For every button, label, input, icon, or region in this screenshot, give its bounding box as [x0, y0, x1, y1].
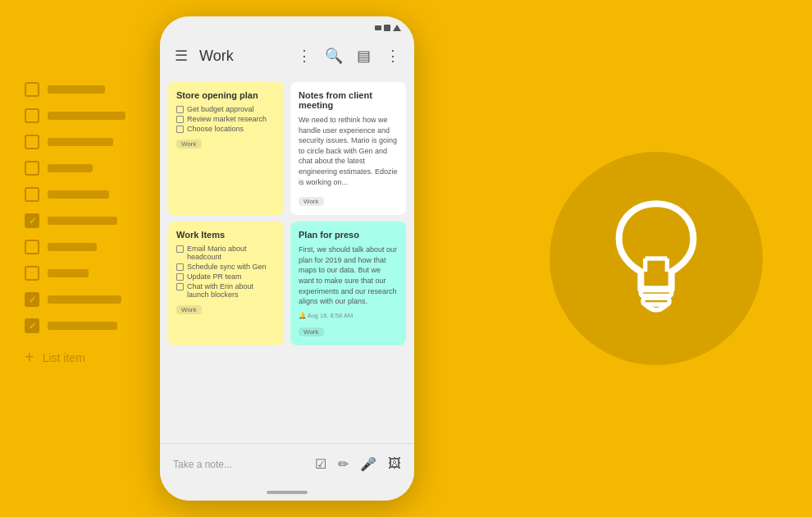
- list-bar: [48, 269, 89, 277]
- app-title: Work: [199, 48, 286, 65]
- list-bar: [48, 295, 121, 304]
- bottom-action-icons: ☑ ✏ 🎤 🖼: [315, 456, 401, 472]
- notes-grid: Store opening plan Get budget approval R…: [160, 75, 414, 443]
- status-bar: [160, 16, 414, 36]
- list-bar: [48, 322, 117, 330]
- bulb-decoration: [550, 152, 763, 365]
- list-checkbox[interactable]: [25, 213, 39, 228]
- take-note-placeholder[interactable]: Take a note...: [173, 459, 315, 470]
- note-tag: Work: [176, 140, 202, 149]
- search-icon[interactable]: 🔍: [322, 47, 345, 65]
- note-title: Work Items: [176, 230, 276, 240]
- add-item-label: List item: [43, 351, 85, 364]
- list-bar: [48, 164, 93, 172]
- signal-icon: [375, 25, 381, 30]
- list-checkbox[interactable]: [25, 266, 39, 281]
- list-checkbox[interactable]: [25, 292, 39, 307]
- note-item: Email Mario about headcount: [176, 245, 276, 261]
- note-date: 🔔 Aug 18, 8:58 AM: [299, 312, 398, 319]
- note-checkbox: [176, 273, 184, 281]
- list-checkbox[interactable]: [25, 161, 39, 176]
- draw-icon[interactable]: ✏: [338, 456, 349, 472]
- note-checkbox: [176, 106, 184, 113]
- note-card-work-items[interactable]: Work Items Email Mario about headcount S…: [168, 222, 284, 345]
- list-item[interactable]: [25, 266, 125, 281]
- list-item[interactable]: [25, 292, 125, 307]
- list-item[interactable]: [25, 82, 125, 97]
- home-bar: [160, 484, 414, 501]
- note-checkbox: [176, 263, 184, 271]
- left-checklist: +List item: [25, 82, 125, 367]
- home-indicator: [267, 491, 308, 494]
- note-card-client-meeting[interactable]: Notes from client meeting We need to ret…: [290, 82, 406, 215]
- list-item[interactable]: [25, 161, 125, 176]
- note-title: Plan for preso: [299, 230, 398, 240]
- list-checkbox[interactable]: [25, 135, 39, 149]
- note-item: Schedule sync with Gen: [176, 263, 276, 271]
- note-checkbox: [176, 116, 184, 123]
- note-title: Notes from client meeting: [299, 90, 398, 110]
- status-icons: [375, 25, 401, 31]
- note-item-text: Schedule sync with Gen: [187, 263, 267, 271]
- note-item-text: Update PR team: [187, 272, 242, 281]
- note-item-text: Get budget approval: [187, 105, 254, 113]
- image-icon[interactable]: 🖼: [388, 456, 401, 472]
- add-icon: +: [25, 348, 34, 367]
- list-bar: [48, 217, 117, 225]
- checklist-icon[interactable]: ☑: [315, 456, 326, 472]
- note-item: Update PR team: [176, 272, 276, 281]
- list-checkbox[interactable]: [25, 240, 39, 254]
- note-body: We need to rethink how we handle user ex…: [299, 115, 398, 187]
- note-item: Get budget approval: [176, 105, 276, 113]
- list-item[interactable]: [25, 213, 125, 228]
- note-card-plan-preso[interactable]: Plan for preso First, we should talk abo…: [290, 222, 406, 345]
- list-item[interactable]: [25, 108, 125, 123]
- list-bar: [48, 85, 105, 94]
- menu-icon[interactable]: ☰: [170, 47, 193, 65]
- list-bar: [48, 243, 97, 251]
- note-tag: Work: [299, 327, 324, 336]
- svg-rect-0: [641, 289, 671, 295]
- list-bar: [48, 138, 113, 146]
- bulb-circle-bg: [550, 152, 763, 365]
- list-item[interactable]: [25, 187, 125, 202]
- list-item[interactable]: [25, 318, 125, 333]
- note-tag: Work: [299, 197, 324, 206]
- note-item-text: Review market research: [187, 115, 267, 123]
- list-checkbox[interactable]: [25, 187, 39, 202]
- list-item[interactable]: [25, 240, 125, 254]
- note-item: Review market research: [176, 115, 276, 123]
- list-item[interactable]: [25, 135, 125, 149]
- more-vert-icon[interactable]: ⋮: [293, 47, 316, 65]
- app-toolbar: ☰ Work ⋮ 🔍 ▤ ⋮: [160, 36, 414, 75]
- note-checkbox: [176, 283, 184, 291]
- note-body: First, we should talk about our plan for…: [299, 245, 398, 307]
- bulb-icon: [591, 193, 722, 324]
- note-item: Chat with Erin about launch blockers: [176, 282, 276, 299]
- note-title: Store opening plan: [176, 90, 276, 100]
- list-checkbox[interactable]: [25, 318, 39, 333]
- list-bar: [48, 190, 109, 199]
- overflow-icon[interactable]: ⋮: [381, 47, 404, 65]
- note-item: Choose locations: [176, 125, 276, 133]
- list-bar: [48, 112, 125, 120]
- list-checkbox[interactable]: [25, 108, 39, 123]
- note-checkbox: [176, 245, 184, 253]
- signal-icon: [384, 25, 390, 31]
- note-item-text: Chat with Erin about launch blockers: [187, 282, 276, 299]
- mic-icon[interactable]: 🎤: [360, 456, 376, 472]
- note-card-store-opening[interactable]: Store opening plan Get budget approval R…: [168, 82, 284, 215]
- note-item-text: Email Mario about headcount: [187, 245, 276, 261]
- note-checkbox: [176, 126, 184, 133]
- phone-mockup: ☰ Work ⋮ 🔍 ▤ ⋮ Store opening plan Get bu…: [160, 16, 414, 501]
- add-item-row[interactable]: +List item: [25, 348, 125, 367]
- list-checkbox[interactable]: [25, 82, 39, 97]
- signal-triangle-icon: [393, 25, 401, 31]
- grid-view-icon[interactable]: ▤: [352, 47, 375, 65]
- note-item-text: Choose locations: [187, 125, 244, 133]
- bottom-bar: Take a note... ☑ ✏ 🎤 🖼: [160, 443, 414, 484]
- note-tag: Work: [176, 305, 202, 314]
